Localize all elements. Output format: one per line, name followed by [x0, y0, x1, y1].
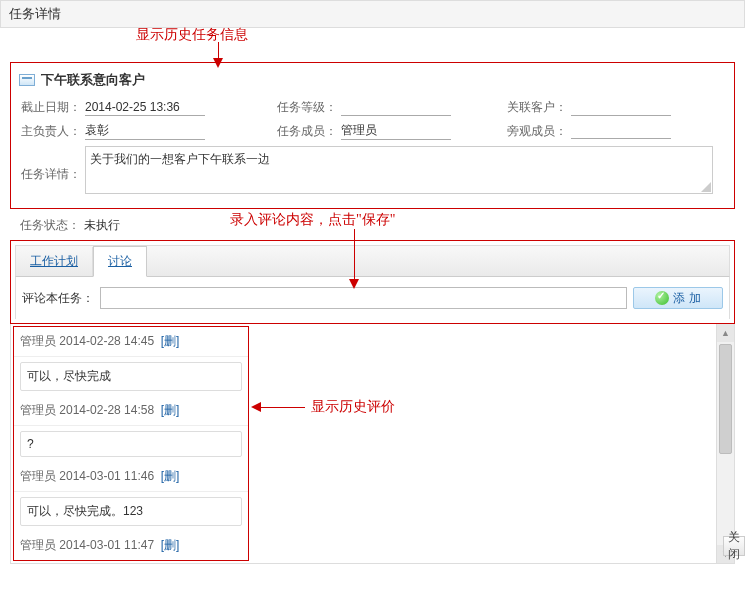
deadline-value: 2014-02-25 13:36 [85, 100, 205, 116]
add-button[interactable]: 添 加 [633, 287, 723, 309]
comment-time: 2014-02-28 14:58 [59, 403, 154, 417]
comment-input[interactable] [100, 287, 627, 309]
comment-header: 管理员 2014-03-01 11:47 [删] [14, 531, 248, 560]
tab-workplan[interactable]: 工作计划 [16, 247, 93, 276]
delete-link[interactable]: [删] [161, 334, 180, 348]
comment-header: 管理员 2014-02-28 14:45 [删] [14, 327, 248, 357]
members-label: 任务成员： [275, 123, 337, 140]
comment-body: 可以，尽快完成。123 [20, 497, 242, 526]
annotation-history-comments: 显示历史评价 [311, 398, 395, 416]
form-row-2: 主负责人： 袁彰 任务成员： 管理员 旁观成员： [19, 122, 726, 140]
comment-label: 评论本任务： [22, 290, 94, 307]
comment-list-body: 管理员 2014-02-28 14:45 [删] 可以，尽快完成 管理员 201… [11, 324, 716, 563]
observers-value[interactable] [571, 123, 671, 139]
comment-header: 管理员 2014-03-01 11:46 [删] [14, 462, 248, 492]
history-comments-box: 管理员 2014-02-28 14:45 [删] 可以，尽快完成 管理员 201… [13, 326, 249, 561]
delete-link[interactable]: [删] [161, 469, 180, 483]
check-icon [655, 291, 669, 305]
annotation-arrow3-line [261, 407, 305, 408]
comment-author: 管理员 [20, 403, 56, 417]
window-title: 任务详情 [0, 0, 745, 28]
list-item: 管理员 2014-02-28 14:58 [删] ? [14, 396, 248, 457]
task-title-row: 下午联系意向客户 [19, 71, 726, 89]
scroll-thumb[interactable] [719, 344, 732, 454]
form-row-1: 截止日期： 2014-02-25 13:36 任务等级： 关联客户： [19, 99, 726, 116]
list-item: 管理员 2014-02-28 14:45 [删] 可以，尽快完成 [14, 327, 248, 391]
comment-time: 2014-03-01 11:47 [59, 538, 154, 552]
list-item: 管理员 2014-03-01 11:46 [删] 可以，尽快完成。123 [14, 462, 248, 526]
scroll-up-icon[interactable]: ▲ [717, 324, 734, 342]
comment-author: 管理员 [20, 469, 56, 483]
observers-label: 旁观成员： [505, 123, 567, 140]
delete-link[interactable]: [删] [161, 538, 180, 552]
delete-link[interactable]: [删] [161, 403, 180, 417]
comment-bar: 评论本任务： 添 加 [15, 277, 730, 319]
task-info-box: 下午联系意向客户 截止日期： 2014-02-25 13:36 任务等级： 关联… [10, 62, 735, 209]
comment-list-container: 管理员 2014-02-28 14:45 [删] 可以，尽快完成 管理员 201… [10, 324, 735, 564]
comment-body: 可以，尽快完成 [20, 362, 242, 391]
comment-time: 2014-03-01 11:46 [59, 469, 154, 483]
comment-time: 2014-02-28 14:45 [59, 334, 154, 348]
status-label: 任务状态： [18, 217, 80, 234]
task-title: 下午联系意向客户 [41, 71, 145, 89]
comment-author: 管理员 [20, 538, 56, 552]
tabs-bar: 工作计划 讨论 [15, 245, 730, 277]
task-icon [19, 74, 35, 86]
level-label: 任务等级： [275, 99, 337, 116]
owner-value: 袁彰 [85, 122, 205, 140]
details-label: 任务详情： [19, 166, 81, 183]
status-value: 未执行 [84, 217, 120, 234]
tab-discuss[interactable]: 讨论 [93, 246, 147, 277]
list-item: 管理员 2014-03-01 11:47 [删] [14, 531, 248, 560]
scrollbar[interactable]: ▲ ▼ [716, 324, 734, 563]
deadline-label: 截止日期： [19, 99, 81, 116]
comment-author: 管理员 [20, 334, 56, 348]
annotation-arrow2-line [354, 229, 355, 281]
level-value[interactable] [341, 100, 451, 116]
members-value: 管理员 [341, 122, 451, 140]
comment-body: ? [20, 431, 242, 457]
comment-header: 管理员 2014-02-28 14:58 [删] [14, 396, 248, 426]
annotation-enter-comment: 录入评论内容，点击"保存" [230, 211, 395, 229]
annotation-arrow2-head [349, 279, 359, 289]
comment-panel: 工作计划 讨论 评论本任务： 添 加 [10, 240, 735, 324]
form-row-details: 任务详情： 关于我们的一想客户下午联系一边 [19, 146, 726, 194]
close-button[interactable]: 关闭 [723, 536, 745, 556]
annotation-history-info: 显示历史任务信息 [136, 26, 248, 44]
related-customer-value[interactable] [571, 100, 671, 116]
add-button-label: 添 加 [673, 290, 700, 307]
owner-label: 主负责人： [19, 123, 81, 140]
details-textarea[interactable]: 关于我们的一想客户下午联系一边 [85, 146, 713, 194]
annotation-arrow3-head [251, 402, 261, 412]
related-customer-label: 关联客户： [505, 99, 567, 116]
